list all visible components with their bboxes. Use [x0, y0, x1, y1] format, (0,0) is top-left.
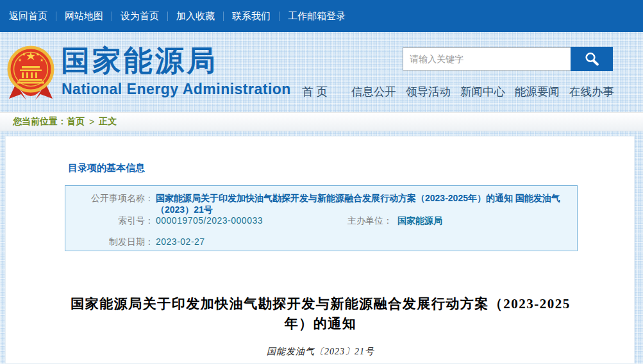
topbar-link-mail-login[interactable]: 工作邮箱登录	[288, 10, 346, 22]
svg-text:★: ★	[40, 58, 44, 62]
table-row: 制发日期： 2023-02-27	[65, 236, 577, 248]
nav-item-news-center[interactable]: 新闻中心	[460, 84, 505, 99]
page: 返回首页 网站地图 设为首页 加入收藏 联系我们 工作邮箱登录 ★ ★ ★ ★	[0, 0, 643, 364]
article-title: 国家能源局关于印发加快油气勘探开发与新能源融合发展行动方案（2023-2025年…	[64, 294, 577, 334]
issue-date-value: 2023-02-27	[156, 236, 205, 248]
row-label: 索引号：	[65, 215, 154, 227]
divider	[279, 12, 280, 21]
svg-text:★: ★	[22, 52, 26, 56]
topbar-link-contact[interactable]: 联系我们	[232, 10, 271, 22]
breadcrumb-prefix: 您当前位置：	[13, 116, 67, 128]
main-nav: 首 页 信息公开 领导活动 新闻中心 能源要闻 在线办事	[302, 84, 614, 99]
divider	[167, 12, 168, 21]
search-icon	[583, 51, 600, 67]
nav-item-leadership[interactable]: 领导活动	[406, 84, 451, 99]
topbar-link-favorites[interactable]: 加入收藏	[176, 10, 215, 22]
issuing-unit-value: 国家能源局	[397, 215, 442, 227]
divider	[56, 12, 56, 21]
catalog-info-table: 公开事项名称： 国家能源局关于印发加快油气勘探开发与新能源融合发展行动方案（20…	[65, 185, 578, 251]
search-button[interactable]	[571, 47, 613, 71]
site-title-en: National Energy Administration	[62, 81, 291, 98]
disclosure-item-name-value: 国家能源局关于印发加快油气勘探开发与新能源融合发展行动方案（2023-2025年…	[156, 193, 577, 216]
topbar-link-sitemap[interactable]: 网站地图	[65, 10, 103, 22]
row-label: 主办单位：	[330, 215, 392, 227]
content-panel: 目录项的基本信息 公开事项名称： 国家能源局关于印发加快油气勘探开发与新能源融合…	[5, 136, 635, 364]
divider	[223, 12, 224, 21]
document-number: 国能发油气〔2023〕21号	[64, 346, 577, 358]
breadcrumb-separator: >	[89, 117, 94, 127]
topbar-link-set-homepage[interactable]: 设为首页	[121, 10, 159, 22]
nav-item-info-disclosure[interactable]: 信息公开	[351, 84, 396, 99]
catalog-info-heading: 目录项的基本信息	[68, 162, 145, 174]
breadcrumb: 您当前位置： 首页 > 正文	[0, 112, 643, 131]
nav-item-online-services[interactable]: 在线办事	[569, 84, 614, 99]
topbar-link-home[interactable]: 返回首页	[9, 10, 47, 22]
breadcrumb-link-home[interactable]: 首页	[67, 116, 85, 128]
site-title-cn: 国家能源局	[61, 45, 218, 77]
national-emblem-icon: ★ ★ ★ ★	[6, 45, 55, 106]
svg-text:★: ★	[18, 58, 22, 62]
row-label: 制发日期：	[65, 236, 154, 248]
table-row: 索引号： 000019705/2023-000033 主办单位： 国家能源局	[65, 215, 577, 227]
divider	[112, 12, 112, 21]
row-label: 公开事项名称：	[65, 193, 154, 216]
table-row: 公开事项名称： 国家能源局关于印发加快油气勘探开发与新能源融合发展行动方案（20…	[65, 193, 577, 216]
index-number-value: 000019705/2023-000033	[156, 215, 263, 227]
search-input[interactable]	[403, 47, 571, 70]
breadcrumb-link-article[interactable]: 正文	[99, 116, 117, 128]
svg-text:★: ★	[36, 52, 40, 56]
top-utility-bar: 返回首页 网站地图 设为首页 加入收藏 联系我们 工作邮箱登录	[0, 0, 643, 32]
nav-item-home[interactable]: 首 页	[302, 84, 328, 99]
nav-item-energy-news[interactable]: 能源要闻	[515, 84, 560, 99]
